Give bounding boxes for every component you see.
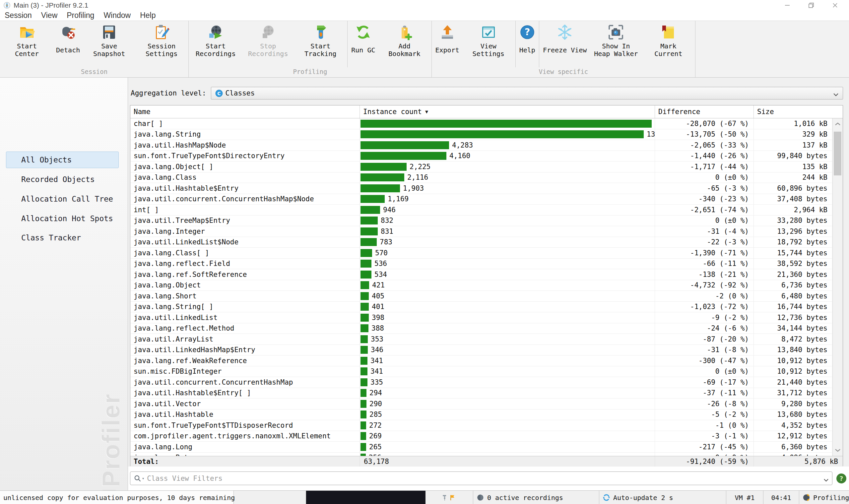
table-row[interactable]: java.lang.Integer831-31 (-4 %)13,296 byt…: [130, 226, 843, 237]
table-row[interactable]: java.lang.Object[ ]2,225-1,717 (-44 %)13…: [130, 161, 843, 173]
difference-cell: -1,717 (-44 %): [655, 161, 754, 172]
table-row[interactable]: java.lang.ref.SoftReference534-138 (-21 …: [130, 269, 843, 280]
table-row[interactable]: int[ ]946-2,651 (-74 %)2,964 kB: [130, 204, 843, 216]
size-cell: 10,912 bytes: [754, 366, 832, 377]
toolbar-button-mark-current[interactable]: Mark Current: [642, 21, 694, 67]
table-row[interactable]: java.lang.Object421-4,732 (-92 %)6,736 b…: [130, 280, 843, 291]
class-name-cell: java.lang.ref.WeakReference: [130, 356, 360, 366]
table-row[interactable]: java.util.LinkedList398-9 (-2 %)12,736 b…: [130, 312, 843, 323]
restore-button[interactable]: [799, 0, 823, 10]
filter-help-button[interactable]: ?: [836, 473, 847, 484]
toolbar-button-run-gc[interactable]: Run GC: [348, 21, 378, 67]
toolbar-button-help[interactable]: ?Help: [517, 21, 538, 67]
toolbar-button-detach[interactable]: Detach: [53, 21, 83, 67]
toolbar-button-stop-recordings[interactable]: Stop Recordings: [242, 21, 294, 67]
table-row[interactable]: char[ ]14,098-28,070 (-67 %)1,016 kB: [130, 119, 843, 129]
instance-count-value: 341: [371, 367, 383, 375]
scrollbar-down-button[interactable]: [833, 445, 843, 455]
table-row[interactable]: java.lang.Class[ ]570-1,390 (-71 %)15,74…: [130, 248, 843, 259]
instance-count-value: 832: [381, 217, 393, 224]
close-button[interactable]: [823, 0, 847, 10]
toolbar-button-freeze-view[interactable]: Freeze View: [540, 21, 590, 67]
table-row[interactable]: java.util.concurrent.ConcurrentHashMap$N…: [130, 194, 843, 205]
table-row[interactable]: sun.font.TrueTypeFont$TTDisposerRecord27…: [130, 420, 843, 431]
minimize-button[interactable]: [775, 0, 799, 10]
table-row[interactable]: java.lang.String13,720-13,705 (-50 %)329…: [130, 129, 843, 140]
instance-count-cell: 783: [360, 237, 655, 248]
menu-item-help[interactable]: Help: [135, 11, 160, 20]
column-header-size[interactable]: Size: [754, 105, 843, 118]
difference-cell: -300 (-47 %): [655, 356, 754, 366]
instance-count-cell: 1,169: [360, 194, 655, 204]
sidebar-item-recorded-objects[interactable]: Recorded Objects: [0, 171, 128, 188]
table-row[interactable]: java.util.HashMap$Node4,283-2,065 (-33 %…: [130, 140, 843, 151]
toolbar-button-add-bookmark[interactable]: Add Bookmark: [378, 21, 431, 67]
menu-item-view[interactable]: View: [36, 11, 62, 20]
menu-item-session[interactable]: Session: [0, 11, 36, 20]
class-name-cell: java.lang.Class: [130, 173, 360, 183]
run-gc-icon: [355, 24, 371, 40]
menu-item-profiling[interactable]: Profiling: [62, 11, 99, 20]
toolbar-section-caption: Profiling: [189, 67, 431, 77]
scrollbar-up-button[interactable]: [833, 119, 843, 129]
table-row[interactable]: java.lang.Long265-217 (-45 %)6,360 bytes: [130, 442, 843, 453]
sidebar-item-allocation-call-tree[interactable]: Allocation Call Tree: [0, 191, 128, 207]
sidebar-item-all-objects[interactable]: All Objects: [6, 151, 119, 168]
table-row[interactable]: java.lang.ref.WeakReference341-300 (-47 …: [130, 356, 843, 366]
size-cell: 34,144 bytes: [754, 323, 832, 334]
sidebar-item-class-tracker[interactable]: Class Tracker: [0, 230, 128, 246]
toolbar-button-label: Start Tracking: [297, 42, 344, 58]
toolbar-button-show-in-heap-walker[interactable]: Show In Heap Walker: [590, 21, 642, 67]
toolbar-button-label: Help: [519, 42, 535, 58]
column-header-instance-count[interactable]: Instance count▼: [360, 105, 655, 118]
table-row[interactable]: java.util.LinkedList$Node783-22 (-3 %)18…: [130, 237, 843, 248]
table-row[interactable]: java.lang.reflect.Field536-66 (-11 %)38,…: [130, 259, 843, 270]
class-view-filter-input[interactable]: ▾ Class View Filters: [130, 471, 832, 485]
scrollbar-thumb[interactable]: [834, 132, 842, 175]
table-row[interactable]: java.lang.reflect.Method388-24 (-6 %)34,…: [130, 323, 843, 334]
instance-count-cell: 398: [360, 312, 655, 323]
aggregation-level-dropdown[interactable]: C Classes: [211, 87, 843, 100]
toolbar-button-start-recordings[interactable]: Start Recordings: [189, 21, 242, 67]
toolbar-button-start-center[interactable]: Start Center: [1, 21, 53, 67]
table-row[interactable]: java.util.Hashtable$Entry1,903-65 (-3 %)…: [130, 183, 843, 194]
instance-count-bar: [361, 443, 366, 451]
class-name-cell: int[ ]: [130, 204, 360, 215]
auto-update-status[interactable]: Auto-update 2 s: [599, 491, 726, 504]
table-row[interactable]: java.util.ArrayList353-87 (-20 %)8,472 b…: [130, 334, 843, 345]
toolbar-divider: [347, 21, 347, 67]
table-row[interactable]: java.util.Hashtable285-5 (-2 %)13,680 by…: [130, 410, 843, 420]
instance-count-bar: [361, 259, 372, 268]
sidebar-item-allocation-hot-spots[interactable]: Allocation Hot Spots: [0, 210, 128, 227]
table-row[interactable]: java.util.concurrent.ConcurrentHashMap33…: [130, 377, 843, 388]
difference-cell: -2,065 (-33 %): [655, 140, 754, 150]
table-body: char[ ]14,098-28,070 (-67 %)1,016 kBjava…: [130, 119, 843, 456]
table-row[interactable]: java.lang.Byte2560 (±0 %)4,096 bytes: [130, 453, 843, 456]
table-row[interactable]: java.lang.Class2,1160 (±0 %)244 kB: [130, 173, 843, 183]
column-header-name[interactable]: Name: [130, 105, 360, 118]
table-row[interactable]: sun.misc.FDBigInteger3410 (±0 %)10,912 b…: [130, 366, 843, 377]
table-row[interactable]: java.lang.Short405-2 (0 %)6,480 bytes: [130, 291, 843, 302]
table-row[interactable]: sun.font.TrueTypeFont$DirectoryEntry4,16…: [130, 151, 843, 162]
instance-count-value: 346: [371, 346, 383, 354]
toolbar-button-session-settings[interactable]: Session Settings: [135, 21, 188, 67]
class-name-cell: java.lang.Byte: [130, 453, 360, 456]
toolbar-button-export[interactable]: Export: [432, 21, 462, 67]
table-row[interactable]: java.util.TreeMap$Entry8320 (±0 %)33,280…: [130, 216, 843, 227]
menu-item-window[interactable]: Window: [99, 11, 135, 20]
status-bookmark-segment[interactable]: [426, 491, 473, 504]
table-row[interactable]: java.util.LinkedHashMap$Entry346-31 (-8 …: [130, 345, 843, 356]
toolbar-button-start-tracking[interactable]: Start Tracking: [294, 21, 347, 67]
table-row[interactable]: java.util.Hashtable$Entry[ ]294-37 (-11 …: [130, 388, 843, 399]
table-row[interactable]: java.util.Vector290-26 (-8 %)9,280 bytes: [130, 399, 843, 410]
vertical-scrollbar[interactable]: [832, 119, 843, 456]
instance-count-bar: [361, 271, 372, 278]
instance-count-cell: 388: [360, 323, 655, 334]
toolbar-button-view-settings[interactable]: View Settings: [462, 21, 515, 67]
table-row[interactable]: com.jprofiler.agent.triggers.nanoxml.XML…: [130, 431, 843, 442]
filter-chevron-down-icon[interactable]: [824, 477, 829, 480]
table-row[interactable]: java.lang.String[ ]401-1,023 (-72 %)16,7…: [130, 302, 843, 313]
column-header-difference[interactable]: Difference: [655, 105, 754, 118]
class-name-cell: sun.font.TrueTypeFont$TTDisposerRecord: [130, 420, 360, 431]
toolbar-button-save-snapshot[interactable]: Save Snapshot: [83, 21, 135, 67]
